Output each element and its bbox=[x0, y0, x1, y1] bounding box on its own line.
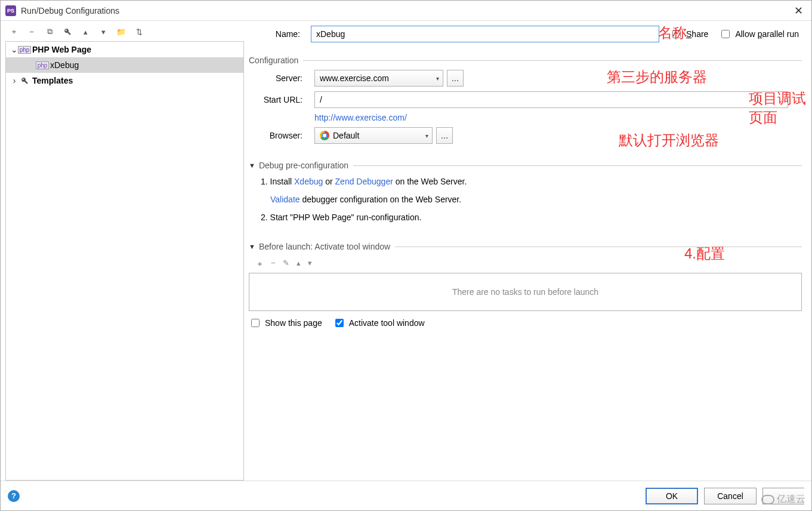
main-panel: Name: 名称 Share Allow parallel run Config… bbox=[249, 24, 807, 481]
titlebar: PS Run/Debug Configurations ✕ bbox=[1, 1, 811, 21]
folder-icon[interactable]: 📁 bbox=[116, 27, 126, 36]
starturl-input[interactable] bbox=[314, 91, 788, 108]
sidebar-toolbar: ＋ − ⧉ ▴ ▾ 📁 ⇅ bbox=[5, 24, 244, 41]
activate-tool-window-checkbox[interactable]: Activate tool window bbox=[333, 317, 425, 329]
collapse-icon[interactable]: ▼ bbox=[249, 243, 255, 250]
up-icon[interactable]: ▴ bbox=[81, 27, 90, 36]
expand-icon[interactable]: › bbox=[10, 76, 19, 85]
server-select[interactable]: www.exercise.com ▾ bbox=[314, 70, 443, 87]
tree-group-php-webpage[interactable]: ⌄ php PHP Web Page bbox=[6, 42, 243, 57]
down-icon[interactable]: ▾ bbox=[98, 27, 108, 36]
move-down-icon[interactable]: ▾ bbox=[308, 258, 312, 269]
annotation-server: 第三步的服务器 bbox=[607, 67, 707, 87]
tasks-list-empty: There are no tasks to run before launch bbox=[249, 273, 802, 311]
add-task-icon[interactable]: ＋ bbox=[256, 258, 264, 269]
name-input[interactable] bbox=[311, 26, 659, 42]
show-this-page-checkbox[interactable]: Show this page bbox=[249, 317, 322, 329]
sidebar: ＋ − ⧉ ▴ ▾ 📁 ⇅ ⌄ php PHP Web Page php xDe… bbox=[5, 24, 244, 481]
edit-task-icon[interactable]: ✎ bbox=[283, 258, 289, 269]
debug-preconfig-list: 1. Install Xdebug or Zend Debugger on th… bbox=[261, 173, 802, 226]
window-title: Run/Debug Configurations bbox=[21, 6, 119, 16]
move-up-icon[interactable]: ▴ bbox=[297, 258, 301, 269]
zend-debugger-link[interactable]: Zend Debugger bbox=[335, 177, 393, 186]
annotation-url: 项目调试页面 bbox=[749, 89, 807, 127]
chrome-icon bbox=[320, 131, 329, 140]
browser-value: Default bbox=[333, 131, 359, 140]
config-tree: ⌄ php PHP Web Page php xDebug › Template… bbox=[5, 41, 244, 481]
ok-button[interactable]: OK bbox=[646, 488, 698, 504]
sort-icon[interactable]: ⇅ bbox=[134, 27, 144, 36]
php-icon: php bbox=[19, 45, 30, 54]
allow-parallel-checkbox[interactable]: Allow parallel run bbox=[719, 28, 799, 40]
remove-task-icon[interactable]: − bbox=[271, 258, 276, 269]
dialog-body: ＋ − ⧉ ▴ ▾ 📁 ⇅ ⌄ php PHP Web Page php xDe… bbox=[1, 21, 811, 481]
collapse-icon[interactable]: ▼ bbox=[249, 162, 255, 169]
annotation-config: 4.配置 bbox=[684, 244, 725, 263]
validate-link[interactable]: Validate bbox=[270, 195, 300, 204]
help-icon[interactable]: ? bbox=[8, 490, 20, 502]
remove-icon[interactable]: − bbox=[27, 27, 36, 36]
debug-step2: 2. Start "PHP Web Page" run-configuratio… bbox=[261, 208, 802, 226]
name-label: Name: bbox=[249, 29, 311, 39]
configuration-section-label: Configuration bbox=[249, 56, 298, 65]
divider bbox=[353, 165, 802, 166]
annotation-name: 名称 bbox=[658, 23, 687, 42]
watermark-icon bbox=[761, 495, 774, 504]
annotation-browser: 默认打开浏览器 bbox=[619, 131, 719, 150]
tree-item-label: xDebug bbox=[50, 60, 79, 70]
cancel-button[interactable]: Cancel bbox=[704, 488, 757, 504]
server-label: Server: bbox=[249, 73, 314, 83]
wrench-icon bbox=[19, 76, 30, 85]
divider bbox=[303, 60, 802, 61]
tree-group-label: PHP Web Page bbox=[32, 45, 91, 54]
browser-browse-button[interactable]: … bbox=[436, 127, 453, 144]
browser-label: Browser: bbox=[249, 131, 314, 140]
starturl-label: Start URL: bbox=[249, 95, 314, 104]
close-icon[interactable]: ✕ bbox=[791, 3, 807, 19]
xdebug-link[interactable]: Xdebug bbox=[294, 177, 323, 186]
tree-group-label: Templates bbox=[32, 76, 73, 85]
copy-icon[interactable]: ⧉ bbox=[45, 27, 54, 36]
wrench-icon[interactable] bbox=[63, 27, 72, 36]
chevron-down-icon: ▾ bbox=[425, 133, 428, 139]
chevron-down-icon: ▾ bbox=[436, 75, 439, 82]
server-value: www.exercise.com bbox=[320, 73, 389, 83]
add-icon[interactable]: ＋ bbox=[9, 27, 18, 36]
php-icon: php bbox=[37, 60, 48, 70]
server-browse-button[interactable]: … bbox=[447, 70, 464, 87]
divider bbox=[395, 247, 802, 247]
debug-preconfig-title: Debug pre-configuration bbox=[259, 161, 348, 170]
tree-group-templates[interactable]: › Templates bbox=[6, 73, 243, 88]
app-icon: PS bbox=[5, 5, 16, 16]
watermark: 亿速云 bbox=[761, 493, 805, 506]
before-launch-title: Before launch: Activate tool window bbox=[259, 242, 390, 251]
full-url-link[interactable]: http://www.exercise.com/ bbox=[314, 113, 407, 122]
dialog-window: PS Run/Debug Configurations ✕ ＋ − ⧉ ▴ ▾ … bbox=[0, 0, 812, 511]
dialog-footer: ? OK Cancel bbox=[1, 481, 811, 510]
browser-select[interactable]: Default ▾ bbox=[314, 127, 433, 144]
tree-item-xdebug[interactable]: php xDebug bbox=[6, 57, 243, 73]
